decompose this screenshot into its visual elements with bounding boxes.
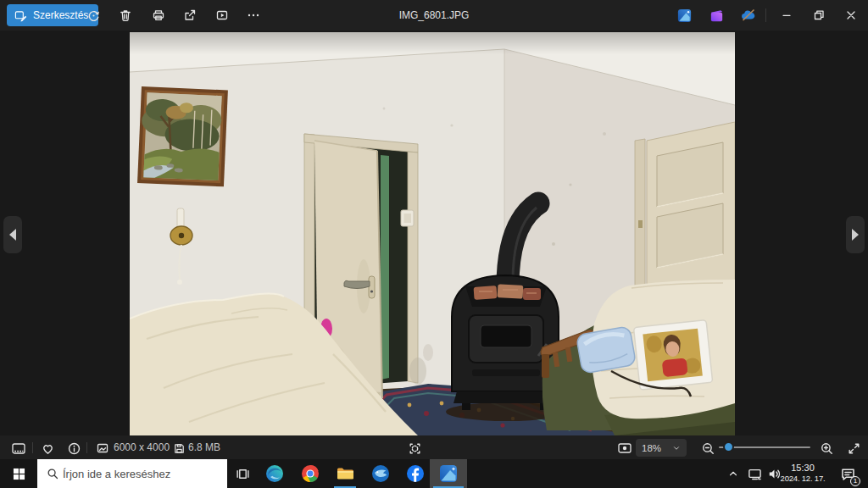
facebook-icon	[405, 463, 426, 484]
photo-pillow	[633, 320, 712, 391]
rotate-button[interactable]	[81, 3, 106, 28]
restore-icon	[812, 8, 826, 22]
minimize-button[interactable]	[771, 0, 803, 30]
taskbar-app-thunderbird[interactable]	[369, 459, 392, 488]
print-button[interactable]	[146, 3, 171, 28]
tray-network-button[interactable]	[744, 459, 765, 488]
zoom-in-button[interactable]	[815, 439, 837, 458]
taskbar-app-file-explorer[interactable]	[333, 459, 357, 488]
fit-to-window-button[interactable]	[614, 439, 636, 458]
taskbar-app-edge[interactable]	[263, 459, 287, 488]
info-icon	[67, 441, 81, 456]
photos-gallery-button[interactable]	[671, 3, 697, 28]
titlebar: Szerkesztés	[0, 0, 868, 30]
task-view-icon	[236, 467, 250, 481]
filesize-icon-wrap	[168, 439, 190, 458]
actual-size-button[interactable]	[403, 439, 426, 458]
image-dimensions: 6000 x 4000	[114, 441, 170, 453]
video-editor-button[interactable]	[704, 3, 729, 28]
task-view-button[interactable]	[229, 459, 256, 488]
statusbar-separator	[86, 442, 87, 453]
taskbar-app-facebook[interactable]	[403, 459, 427, 488]
photos-app-icon	[438, 463, 459, 484]
zoom-slider-knob[interactable]	[723, 441, 734, 452]
more-options-button[interactable]	[241, 3, 266, 28]
file-explorer-icon	[335, 463, 355, 484]
taskbar-app-chrome[interactable]	[298, 459, 322, 488]
search-icon	[47, 468, 59, 480]
zoom-slider[interactable]	[719, 439, 812, 456]
door-key	[638, 220, 643, 228]
zoom-level-value: 18%	[642, 443, 661, 453]
taskbar: 15:30 2024. 12. 17. 1	[0, 459, 868, 488]
photos-app-window: Szerkesztés	[0, 0, 868, 488]
edge-icon	[264, 463, 285, 484]
save-disk-icon	[173, 442, 186, 455]
notifications-icon	[840, 466, 856, 482]
zoom-out-button[interactable]	[697, 439, 719, 458]
thunderbird-icon	[370, 463, 391, 484]
filmstrip-icon	[11, 441, 26, 456]
info-button[interactable]	[63, 439, 85, 458]
tray-chevron-button[interactable]	[724, 459, 743, 488]
taskbar-app-photos[interactable]	[430, 459, 467, 488]
notification-center-button[interactable]: 1	[834, 459, 861, 488]
close-button[interactable]	[835, 0, 867, 30]
chevron-left-icon	[7, 227, 19, 242]
heart-icon	[41, 441, 55, 456]
statusbar: 6000 x 4000 6.8 MB 18%	[0, 435, 868, 459]
door-handle	[344, 280, 370, 288]
more-icon	[247, 8, 260, 22]
clock-time: 15:30	[776, 462, 829, 474]
onedrive-status-button[interactable]	[736, 3, 761, 28]
fullscreen-icon	[847, 441, 861, 456]
image-dimensions-icon	[96, 441, 109, 455]
chrome-icon	[300, 463, 320, 484]
file-size: 6.8 MB	[188, 441, 220, 453]
favorite-button[interactable]	[36, 439, 58, 458]
photos-gallery-icon	[676, 8, 693, 24]
viewer-canvas	[0, 30, 868, 435]
delete-button[interactable]	[113, 3, 138, 28]
trash-icon	[119, 8, 132, 22]
network-icon	[748, 467, 762, 481]
fullscreen-button[interactable]	[843, 439, 865, 458]
previous-photo-button[interactable]	[3, 216, 22, 253]
chevron-down-icon	[672, 444, 681, 452]
restore-button[interactable]	[803, 0, 835, 30]
chevron-right-icon	[849, 227, 861, 242]
painting	[137, 86, 228, 186]
dimensions-icon-wrap	[92, 439, 114, 458]
rotate-icon	[86, 8, 101, 23]
windows-logo-icon	[13, 468, 25, 480]
taskbar-clock[interactable]: 15:30 2024. 12. 17.	[776, 462, 829, 485]
taskbar-search[interactable]	[37, 459, 227, 488]
clock-date: 2024. 12. 17.	[776, 474, 829, 484]
statusbar-separator	[32, 442, 33, 453]
start-button[interactable]	[0, 459, 37, 488]
slideshow-icon	[215, 8, 229, 22]
actual-size-icon	[408, 441, 422, 456]
search-input[interactable]	[59, 459, 227, 488]
slideshow-button[interactable]	[209, 3, 235, 28]
next-photo-button[interactable]	[846, 216, 865, 253]
video-editor-icon	[709, 8, 725, 24]
chevron-up-icon	[727, 468, 739, 480]
onedrive-disconnected-icon	[740, 7, 757, 24]
child-shirt	[662, 358, 688, 377]
minimize-icon	[780, 8, 793, 22]
fit-to-window-icon	[617, 441, 632, 455]
close-icon	[844, 8, 858, 22]
edit-icon	[14, 9, 27, 22]
printer-icon	[152, 8, 165, 22]
share-button[interactable]	[177, 3, 203, 28]
photo-image	[130, 32, 735, 435]
light-switch	[401, 210, 414, 226]
filmstrip-toggle-button[interactable]	[8, 439, 30, 458]
zoom-out-icon	[701, 441, 715, 456]
zoom-level-dropdown[interactable]: 18%	[636, 439, 687, 457]
share-icon	[183, 8, 197, 22]
titlebar-separator	[765, 8, 766, 22]
zoom-in-icon	[820, 441, 834, 456]
